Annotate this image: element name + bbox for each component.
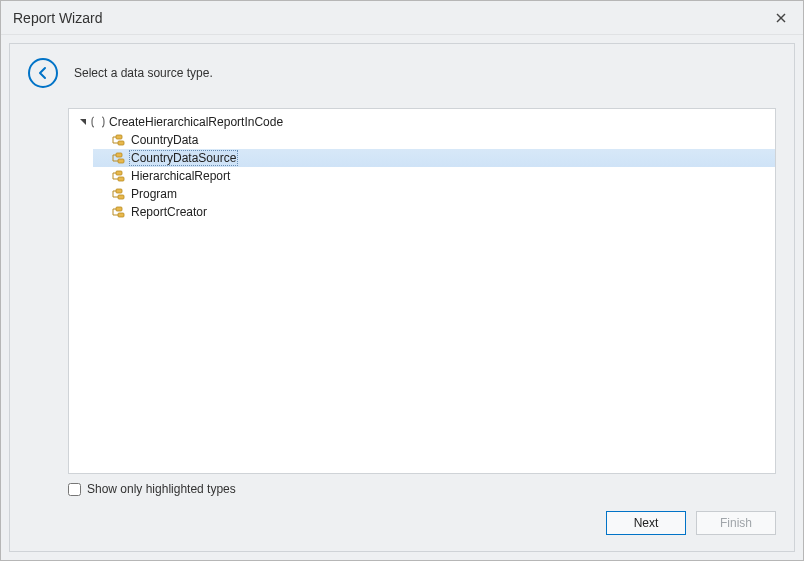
svg-rect-3 bbox=[118, 141, 124, 145]
svg-rect-6 bbox=[116, 171, 122, 175]
instruction-text: Select a data source type. bbox=[74, 66, 213, 80]
tree-item[interactable]: CountryData bbox=[93, 131, 775, 149]
tree-item-label: HierarchicalReport bbox=[129, 169, 232, 183]
tree-item[interactable]: ReportCreator bbox=[93, 203, 775, 221]
namespace-icon bbox=[91, 116, 105, 128]
collapse-icon[interactable] bbox=[77, 116, 89, 128]
tree-root-node[interactable]: CreateHierarchicalReportInCode bbox=[69, 113, 775, 131]
svg-rect-2 bbox=[116, 135, 122, 139]
close-button[interactable] bbox=[769, 6, 793, 30]
class-icon bbox=[109, 169, 125, 183]
tree-item[interactable]: CountryDataSource bbox=[93, 149, 775, 167]
svg-rect-4 bbox=[116, 153, 122, 157]
class-icon bbox=[109, 151, 125, 165]
button-bar: Next Finish bbox=[10, 496, 794, 550]
filter-checkbox-row: Show only highlighted types bbox=[68, 482, 776, 496]
highlighted-types-label[interactable]: Show only highlighted types bbox=[87, 482, 236, 496]
svg-rect-8 bbox=[116, 189, 122, 193]
class-icon bbox=[109, 133, 125, 147]
tree-item-label: ReportCreator bbox=[129, 205, 209, 219]
instruction-row: Select a data source type. bbox=[10, 44, 794, 98]
finish-button: Finish bbox=[696, 511, 776, 535]
tree-view[interactable]: CreateHierarchicalReportInCode CountryDa… bbox=[68, 108, 776, 474]
arrow-left-icon bbox=[35, 65, 51, 81]
close-icon bbox=[776, 10, 786, 26]
svg-rect-9 bbox=[118, 195, 124, 199]
tree-item-label: Program bbox=[129, 187, 179, 201]
back-button[interactable] bbox=[28, 58, 58, 88]
next-button[interactable]: Next bbox=[606, 511, 686, 535]
wizard-window: Report Wizard Select a data source type. bbox=[0, 0, 804, 561]
tree-root-label: CreateHierarchicalReportInCode bbox=[109, 115, 283, 129]
content-frame: Select a data source type. bbox=[9, 43, 795, 552]
svg-rect-7 bbox=[118, 177, 124, 181]
titlebar: Report Wizard bbox=[1, 1, 803, 35]
tree-item-label: CountryData bbox=[129, 133, 200, 147]
tree-item[interactable]: Program bbox=[93, 185, 775, 203]
class-icon bbox=[109, 187, 125, 201]
tree-item[interactable]: HierarchicalReport bbox=[93, 167, 775, 185]
tree-item-label: CountryDataSource bbox=[129, 150, 238, 166]
svg-rect-10 bbox=[116, 207, 122, 211]
svg-rect-5 bbox=[118, 159, 124, 163]
highlighted-types-checkbox[interactable] bbox=[68, 483, 81, 496]
svg-rect-11 bbox=[118, 213, 124, 217]
window-title: Report Wizard bbox=[13, 10, 769, 26]
class-icon bbox=[109, 205, 125, 219]
